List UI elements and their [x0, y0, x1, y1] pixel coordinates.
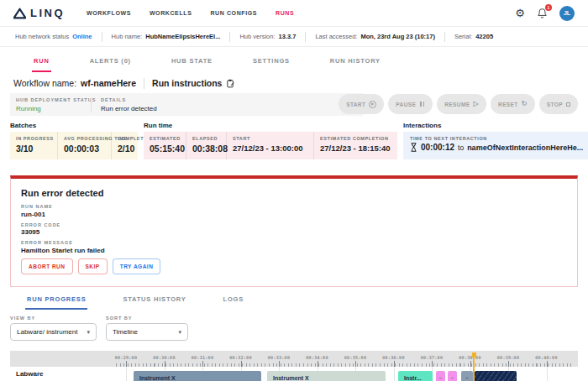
tick-mark [394, 361, 395, 367]
nav-item-runs[interactable]: RUNS [276, 10, 294, 16]
error-field-label: RUN NAME [21, 204, 567, 209]
next-interaction-row: 00:00:12 to nameOfNextInteractionHereHe.… [410, 143, 583, 152]
button-label: RESET [498, 102, 518, 107]
stats-row: Batches IN PROGRESS3/10AVG PROCESSING TI… [10, 122, 578, 159]
run-controls: START▶PAUSERESUME▷RESET↻STOP [339, 94, 578, 114]
error-fields: RUN NAMErun-001ERROR CODE33095ERROR MESS… [21, 204, 567, 254]
timeline-bar[interactable]: Instrument X [134, 371, 261, 381]
sort-by-filter: SORT BY Timeline ▾ [106, 316, 188, 341]
stat-cell-complete: COMPLETE2/10 [111, 132, 138, 159]
reset-button[interactable]: RESET↻ [491, 94, 535, 114]
start-button[interactable]: START▶ [339, 94, 384, 114]
try-again-button[interactable]: TRY AGAIN [113, 258, 161, 274]
stat-cell-value: 00:00:03 [64, 144, 111, 154]
tab-run[interactable]: RUN [32, 57, 51, 72]
stat-cell-avg-processing-time: AVG PROCESSING TIME00:00:03 [57, 132, 111, 159]
stop-button[interactable]: STOP [539, 94, 578, 114]
settings-gear-icon[interactable]: ⚙ [515, 8, 525, 18]
tick-label: 00:34:00 [306, 355, 328, 360]
stat-cell-start: START27/12/23 - 13:00:00 [226, 132, 313, 159]
row-label-title: Labware [16, 370, 96, 378]
sort-by-select[interactable]: Timeline ▾ [106, 323, 188, 341]
error-actions: ABORT RUNSKIPTRY AGAIN [21, 258, 567, 274]
button-label: STOP [547, 102, 563, 107]
run-timeline: 00:29:0000:30:0000:31:0000:32:0000:33:00… [10, 351, 578, 381]
linq-logo[interactable]: LINQ [13, 7, 65, 19]
stat-cell-label: ESTIMATED COMPLETION [320, 136, 397, 141]
stat-cell-label: ELAPSED [192, 136, 226, 141]
tab-alerts-0[interactable]: ALERTS (0) [88, 57, 133, 72]
next-interaction-connector: to [458, 144, 464, 152]
tab-run-history[interactable]: RUN HISTORY [328, 57, 382, 72]
nav-item-workcells[interactable]: WORKCELLS [150, 10, 192, 16]
view-by-filter: VIEW BY Labware/ instrument ▾ [10, 316, 97, 341]
user-avatar[interactable]: JL [559, 6, 575, 21]
view-by-select[interactable]: Labware/ instrument ▾ [10, 323, 97, 341]
timeline-bar[interactable]: Instr... [398, 371, 433, 381]
progress-tabs: RUN PROGRESSSTATUS HISTORYLOGS [25, 295, 588, 310]
timeline-bar[interactable]: Instrument X [267, 371, 386, 381]
workflow-name-value: wf-nameHere [81, 78, 136, 88]
stat-cell-label: ESTIMATED [150, 136, 186, 141]
batches-cells: IN PROGRESS3/10AVG PROCESSING TIME00:00:… [10, 132, 138, 159]
error-field-label: ERROR MESSAGE [21, 240, 567, 245]
timeline-bar[interactable]: – [461, 371, 473, 381]
tab-hub-state[interactable]: HUB STATE [170, 57, 214, 72]
tick-label: 00:39:00 [497, 355, 519, 360]
play-circle-icon: ▶ [369, 101, 376, 108]
hub-item-value: 42205 [475, 33, 493, 40]
error-field-value: Hamilton Starlet run failed [21, 247, 567, 254]
tab-logs[interactable]: LOGS [222, 295, 245, 310]
current-time-marker[interactable] [473, 352, 475, 381]
timeline-bar[interactable] [475, 371, 517, 381]
skip-button[interactable]: SKIP [78, 258, 108, 274]
tick-mark [470, 361, 471, 367]
hub-item-last-accessed: Last accessed:Mon, 23rd Aug 23 (10:17) [305, 32, 444, 42]
error-field-error-code: ERROR CODE33095 [21, 222, 567, 237]
error-field-value: run-001 [21, 211, 567, 218]
tick-label: 00:35:00 [344, 355, 366, 360]
resume-button[interactable]: RESUME▷ [437, 94, 486, 114]
timeline-bar[interactable]: – [448, 371, 457, 381]
hub-item-label: Last accessed: [315, 33, 357, 40]
deployment-details-label: DETAILS [101, 97, 157, 102]
deployment-status-label: HUB DEPLOYMENT STATUS [16, 97, 82, 102]
tick-label: 00:38:00 [459, 355, 480, 360]
tick-mark [508, 361, 509, 367]
tab-run-progress[interactable]: RUN PROGRESS [25, 295, 87, 310]
tab-settings[interactable]: SETTINGS [251, 57, 291, 72]
runtime-group: Run time ESTIMATED05:15:40ELAPSED00:38:0… [144, 122, 397, 159]
nav-item-run-configs[interactable]: RUN CONFIGS [210, 10, 257, 16]
nav-item-workflows[interactable]: WORKFLOWS [87, 10, 131, 16]
tick-mark [432, 361, 433, 367]
view-by-value: Labware/ instrument [17, 328, 77, 336]
pause-button[interactable]: PAUSE [388, 94, 433, 114]
tick-label: 00:40:00 [535, 355, 557, 360]
timeline-bar[interactable]: – [436, 371, 445, 381]
tick-mark [547, 361, 548, 367]
clipboard-edit-icon [226, 79, 235, 88]
tick-mark [165, 361, 165, 367]
notifications-bell[interactable]: 1 [537, 8, 548, 19]
sort-by-label: SORT BY [106, 316, 188, 321]
hub-item-hub-network-status: Hub network statusOnline [15, 32, 102, 42]
hub-item-value: Mon, 23rd Aug 23 (10:17) [360, 33, 435, 40]
hub-item-value: HubNameElipsisHereEl... [145, 33, 220, 40]
deployment-status: HUB DEPLOYMENT STATUS Running [10, 97, 91, 112]
runtime-title: Run time [144, 122, 397, 129]
tick-label: 00:32:00 [229, 355, 251, 360]
tab-status-history[interactable]: STATUS HISTORY [121, 295, 187, 310]
stat-cell-label: COMPLETE [118, 136, 138, 141]
run-instructions-link[interactable]: Run instructions [152, 78, 235, 88]
chevron-down-icon: ▾ [178, 329, 181, 336]
abort-run-button[interactable]: ABORT RUN [21, 258, 73, 274]
reset-icon: ↻ [522, 101, 528, 107]
interactions-group: Interactions TIME TO NEXT INTERACTION 00… [403, 122, 588, 159]
tick-label: 00:31:00 [192, 355, 213, 360]
tick-mark [241, 361, 242, 367]
hub-item-value: 13.3.7 [279, 33, 297, 40]
play-icon: ▷ [473, 101, 479, 107]
runtime-cells: ESTIMATED05:15:40ELAPSED00:38:08START27/… [144, 132, 397, 159]
run-error-panel: Run error detected RUN NAMErun-001ERROR … [10, 175, 578, 287]
interactions-title: Interactions [403, 122, 588, 129]
